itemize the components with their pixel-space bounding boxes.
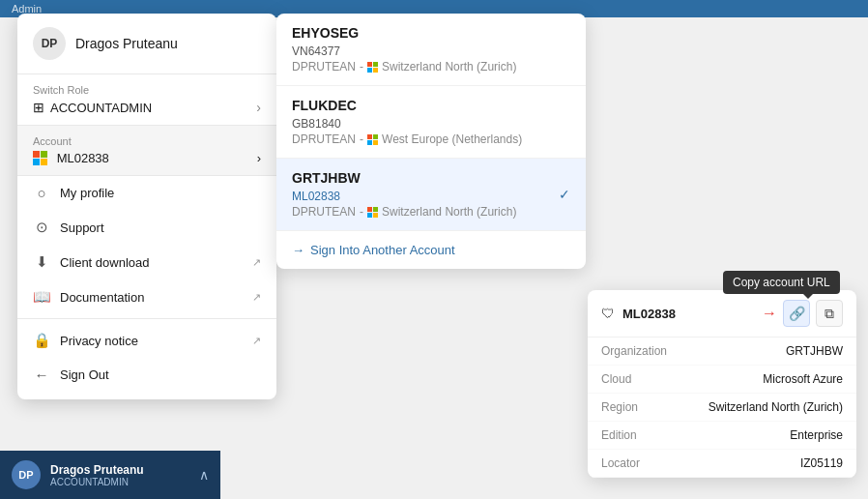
download-icon: ⬇ [33, 253, 50, 271]
bottom-chevron-icon: ∧ [199, 467, 209, 483]
role-icon: ⊞ [33, 100, 44, 115]
account-id-flukdec: GB81840 [292, 117, 570, 131]
menu-label-client-download: Client download [60, 255, 243, 270]
sep3: - [360, 205, 363, 219]
copy-tooltip: Copy account URL [723, 271, 840, 294]
menu-label-documentation: Documentation [60, 290, 243, 305]
org-value: GRTJHBW [786, 344, 843, 358]
account-name-ehyoseg: EHYOSEG [292, 25, 570, 41]
edition-value: Enterprise [790, 428, 843, 442]
detail-row-edition: Edition Enterprise [588, 422, 856, 450]
ms-logo-flukdec [367, 134, 378, 145]
sign-in-another-label: Sign Into Another Account [310, 243, 455, 257]
account-list-panel: EHYOSEG VN64377 DPRUTEAN - Switzerland N… [276, 14, 586, 269]
owner-ehyoseg: DPRUTEAN [292, 60, 356, 73]
account-list-item-ehyoseg[interactable]: EHYOSEG VN64377 DPRUTEAN - Switzerland N… [276, 14, 586, 86]
menu-item-documentation[interactable]: 📖 Documentation ↗ [17, 279, 276, 314]
switch-role-label: Switch Role [33, 84, 261, 96]
bottom-user-role: ACCOUNTADMIN [50, 477, 189, 487]
menu-item-privacy-notice[interactable]: 🔒 Privacy notice ↗ [17, 323, 276, 358]
external-link-icon-docs: ↗ [252, 291, 261, 304]
chevron-right-icon-account: › [257, 151, 261, 165]
account-id-ehyoseg: VN64377 [292, 44, 570, 58]
account-label: Account [33, 135, 261, 147]
bottom-user-info: Dragos Pruteanu ACCOUNTADMIN [50, 463, 189, 487]
chevron-right-icon: › [256, 100, 261, 115]
region-ehyoseg: Switzerland North (Zurich) [382, 60, 516, 73]
arrow-right-icon: → [292, 243, 304, 257]
external-link-icon-privacy: ↗ [252, 335, 261, 347]
menu-label-support: Support [60, 220, 261, 235]
role-name: ACCOUNTADMIN [50, 101, 152, 115]
org-label: Organization [601, 344, 667, 358]
detail-header-actions: → 🔗 ⧉ [762, 300, 843, 327]
ms-logo-grtjhbw [367, 207, 378, 218]
switch-role-section[interactable]: Switch Role ⊞ ACCOUNTADMIN › [17, 74, 276, 126]
account-sub-flukdec: DPRUTEAN - West Europe (Netherlands) [292, 132, 570, 146]
cloud-value: Microsoft Azure [759, 372, 843, 386]
region-value: Switzerland North (Zurich) [709, 400, 843, 414]
account-name: ML02838 [57, 151, 109, 165]
detail-row-region: Region Switzerland North (Zurich) [588, 394, 856, 422]
menu-item-sign-out[interactable]: ← Sign Out [17, 358, 276, 392]
account-list-item-flukdec[interactable]: FLUKDEC GB81840 DPRUTEAN - West Europe (… [276, 86, 586, 159]
sign-out-icon: ← [33, 367, 50, 383]
avatar: DP [33, 27, 66, 60]
detail-account-name: ML02838 [622, 307, 754, 321]
owner-flukdec: DPRUTEAN [292, 132, 356, 146]
detail-row-organization: Organization GRTJHBW [588, 338, 856, 366]
privacy-icon: 🔒 [33, 332, 50, 349]
switch-role-value[interactable]: ⊞ ACCOUNTADMIN › [33, 100, 261, 115]
sign-into-another-button[interactable]: → Sign Into Another Account [276, 231, 586, 269]
documentation-icon: 📖 [33, 288, 50, 306]
bottom-avatar: DP [12, 460, 41, 489]
account-detail-panel: 🛡 ML02838 → 🔗 ⧉ Organization GRTJHBW Clo… [588, 290, 856, 478]
menu-item-client-download[interactable]: ⬇ Client download ↗ [17, 245, 276, 279]
menu-label-privacy-notice: Privacy notice [60, 334, 243, 348]
arrow-indicator-icon: → [762, 305, 777, 322]
detail-header: 🛡 ML02838 → 🔗 ⧉ [588, 290, 856, 338]
account-sub-grtjhbw: DPRUTEAN - Switzerland North (Zurich) [292, 205, 516, 219]
sep1: - [360, 60, 363, 73]
menu-divider [17, 318, 276, 319]
support-icon: ⊙ [33, 219, 50, 236]
menu-label-my-profile: My profile [60, 186, 261, 200]
owner-grtjhbw: DPRUTEAN [292, 205, 356, 219]
account-value[interactable]: ML02838 › [33, 151, 261, 165]
region-label: Region [601, 400, 638, 414]
account-section[interactable]: Account ML02838 › [17, 126, 276, 176]
copy-url-button[interactable]: 🔗 [783, 300, 810, 327]
copy-tooltip-text: Copy account URL [733, 276, 830, 289]
user-name: Dragos Pruteanu [75, 36, 178, 51]
main-menu: DP Dragos Pruteanu Switch Role ⊞ ACCOUNT… [17, 14, 276, 399]
bottom-user-bar[interactable]: DP Dragos Pruteanu ACCOUNTADMIN ∧ [0, 451, 220, 499]
locator-label: Locator [601, 456, 640, 470]
copy-button[interactable]: ⧉ [816, 300, 843, 327]
detail-row-locator: Locator IZ05119 [588, 450, 856, 478]
region-grtjhbw: Switzerland North (Zurich) [382, 205, 516, 219]
edition-label: Edition [601, 428, 637, 442]
menu-item-support[interactable]: ⊙ Support [17, 210, 276, 245]
region-flukdec: West Europe (Netherlands) [382, 132, 522, 146]
locator-value: IZ05119 [800, 456, 843, 470]
profile-icon: ○ [33, 185, 50, 201]
sep2: - [360, 132, 363, 146]
account-list-item-grtjhbw[interactable]: GRTJHBW ML02838 DPRUTEAN - Switzerland N… [276, 159, 586, 231]
menu-label-sign-out: Sign Out [60, 367, 261, 382]
bottom-user-name: Dragos Pruteanu [50, 463, 189, 477]
cloud-label: Cloud [601, 372, 631, 386]
account-name-grtjhbw: GRTJHBW [292, 170, 516, 186]
detail-row-cloud: Cloud Microsoft Azure [588, 366, 856, 394]
external-link-icon-download: ↗ [252, 256, 261, 269]
account-name-flukdec: FLUKDEC [292, 98, 570, 113]
ms-logo-ehyoseg [367, 62, 378, 73]
shield-icon: 🛡 [601, 306, 615, 321]
account-sub-ehyoseg: DPRUTEAN - Switzerland North (Zurich) [292, 60, 570, 73]
check-icon-grtjhbw: ✓ [559, 187, 570, 202]
ms-logo [33, 151, 47, 165]
menu-item-my-profile[interactable]: ○ My profile [17, 176, 276, 210]
account-id-grtjhbw: ML02838 [292, 190, 516, 203]
menu-user-section: DP Dragos Pruteanu [17, 14, 276, 74]
